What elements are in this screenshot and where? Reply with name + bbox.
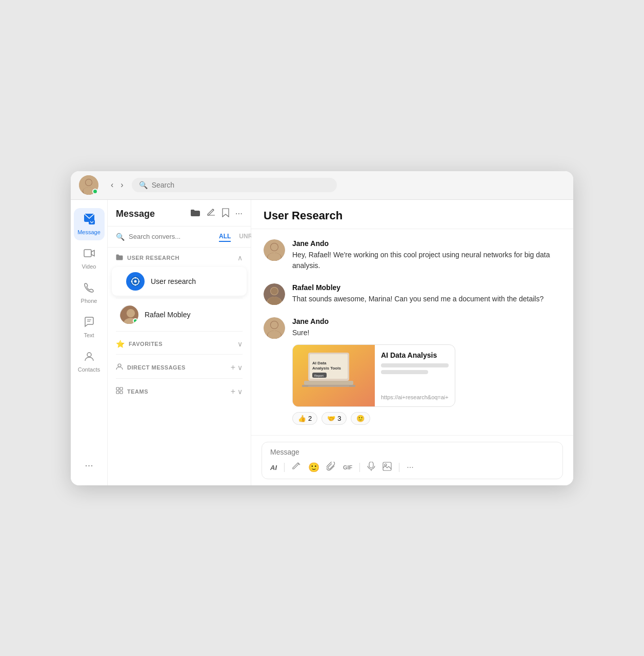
reaction-thumbsup[interactable]: 👍 2 (292, 412, 317, 425)
svg-rect-24 (116, 387, 119, 390)
reactions: 👍 2 🤝 3 🙂 (292, 412, 455, 425)
reaction-count-2: 3 (337, 415, 341, 422)
svg-point-31 (271, 243, 278, 251)
svg-text:AI Data: AI Data (312, 361, 327, 365)
search-conv-input[interactable] (129, 233, 215, 240)
svg-point-36 (271, 288, 278, 295)
section-toggle-teams[interactable]: ∨ (237, 387, 243, 396)
more-options-icon[interactable]: ··· (235, 209, 243, 219)
section-toggle-user-research[interactable]: ∧ (237, 254, 243, 262)
search-input[interactable] (152, 181, 330, 189)
more-tool[interactable]: ··· (407, 463, 413, 472)
svg-rect-53 (369, 462, 373, 468)
bookmark-icon[interactable] (222, 208, 229, 220)
teams-controls: + ∨ (231, 387, 243, 396)
reaction-smile[interactable]: 🙂 (351, 412, 370, 425)
msg-sender-2: Rafael Mobley (292, 283, 544, 292)
nav-item-video-label: Video (82, 263, 96, 270)
svg-rect-26 (116, 391, 119, 394)
attachment-image: AI Data Analysis Tools Report (293, 345, 375, 406)
conv-avatar-user-research (126, 272, 145, 291)
msg-sender-1: Jane Ando (292, 239, 561, 248)
reaction-emoji-1: 👍 (298, 415, 306, 422)
msg-avatar-rafael (264, 283, 285, 305)
reaction-handshake[interactable]: 🤝 3 (321, 412, 347, 425)
svg-point-3 (86, 179, 92, 186)
msg-content-1: Jane Ando Hey, Rafael! We're working on … (292, 239, 561, 271)
message-input[interactable] (270, 448, 554, 456)
filter-all[interactable]: ALL (219, 232, 231, 242)
back-button[interactable]: ‹ (109, 178, 115, 192)
section-title-favorites: FAVORITES (129, 341, 233, 347)
msg-avatar-jane-1 (264, 239, 285, 261)
star-icon: ⭐ (116, 340, 125, 348)
section-title-direct-messages: DIRECT MESSAGES (127, 364, 227, 371)
nav-item-text[interactable]: Text (74, 311, 105, 343)
msg-attachment[interactable]: AI Data Analysis Tools Report (292, 344, 455, 407)
msg-content-2: Rafael Mobley That sounds awesome, Marin… (292, 283, 544, 305)
section-divider-2 (116, 331, 243, 332)
compose-icon[interactable] (207, 208, 216, 220)
attach-tool[interactable] (327, 462, 336, 474)
emoji-tool[interactable]: 🙂 (308, 462, 319, 473)
edit-tool[interactable] (292, 462, 301, 474)
svg-text:Analysis Tools: Analysis Tools (312, 366, 341, 371)
forward-button[interactable]: › (118, 178, 125, 192)
image-tool[interactable] (383, 462, 392, 474)
nav-item-video[interactable]: Video (74, 242, 105, 275)
attachment-line-2 (381, 370, 428, 374)
section-toggle-favorites[interactable]: ∨ (237, 340, 243, 348)
nav-item-phone[interactable]: Phone (74, 277, 105, 309)
svg-point-56 (385, 464, 387, 466)
chat-title: User Research (264, 209, 561, 222)
online-badge (92, 189, 98, 194)
svg-point-41 (271, 321, 278, 329)
user-avatar-container[interactable] (79, 175, 98, 195)
section-title-teams: TEAMS (127, 388, 227, 395)
conv-item-rafael[interactable]: Rafael Mobley (112, 300, 247, 329)
msg-content-3: Jane Ando Sure! (292, 317, 455, 425)
left-nav: Message Video Phone (71, 200, 108, 485)
chat-area: User Research Jane An (251, 200, 573, 485)
msg-text-3: Sure! (292, 327, 455, 338)
title-search-bar[interactable]: 🔍 (132, 178, 337, 192)
title-bar: ‹ › 🔍 (71, 171, 573, 200)
video-icon (84, 248, 95, 261)
add-team[interactable]: + (231, 387, 235, 396)
attachment-info: AI Data Analysis https://ai+research&oq=… (375, 345, 455, 406)
more-button[interactable]: ··· (78, 453, 99, 477)
sidebar-title: Message (116, 209, 186, 219)
conv-item-user-research[interactable]: User research (112, 267, 247, 296)
search-conv-icon: 🔍 (116, 233, 125, 241)
svg-point-21 (127, 309, 135, 317)
attachment-lines (381, 363, 449, 374)
message-item-2: Rafael Mobley That sounds awesome, Marin… (264, 283, 561, 305)
conv-name-rafael: Rafael Mobley (145, 311, 191, 319)
conversation-search: 🔍 ALL UNREAD (108, 227, 251, 248)
section-direct-messages: DIRECT MESSAGES + ∨ (108, 357, 251, 376)
message-item-3: Jane Ando Sure! (264, 317, 561, 425)
svg-point-11 (87, 353, 91, 357)
gif-tool[interactable]: GIF (343, 464, 352, 470)
svg-point-15 (134, 280, 137, 282)
attachment-url: https://ai+research&oq=ai+ (381, 394, 449, 400)
sidebar-content: USER RESEARCH ∧ (108, 248, 251, 485)
toolbar-divider-1 (284, 463, 285, 472)
toolbar-divider-3 (399, 463, 399, 472)
add-direct-message[interactable]: + (231, 363, 235, 372)
person-icon (116, 363, 123, 372)
message-input-box: AI 🙂 (261, 442, 563, 479)
nav-item-text-label: Text (84, 332, 94, 338)
svg-point-19 (138, 280, 140, 282)
svg-rect-27 (120, 391, 123, 394)
sidebar-header: Message (108, 200, 251, 227)
section-toggle-dm[interactable]: ∨ (237, 363, 243, 372)
nav-item-contacts[interactable]: Contacts (74, 345, 105, 378)
svg-rect-25 (120, 387, 123, 390)
nav-item-message[interactable]: Message (74, 208, 105, 240)
msg-avatar-jane-2 (264, 317, 285, 339)
chat-messages: Jane Ando Hey, Rafael! We're working on … (251, 229, 573, 435)
chat-input-area: AI 🙂 (251, 435, 573, 485)
mic-tool[interactable] (367, 462, 375, 474)
ai-tool[interactable]: AI (270, 464, 277, 471)
